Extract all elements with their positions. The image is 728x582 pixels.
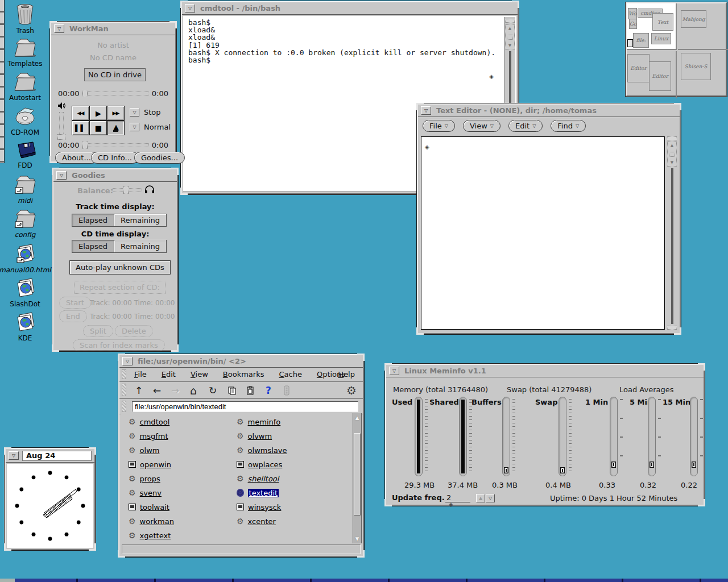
autoplay-button[interactable]: Auto-play unknown CDs bbox=[69, 260, 171, 275]
cd-remaining-option[interactable]: Remaining bbox=[114, 240, 167, 253]
resize-corner[interactable] bbox=[49, 21, 57, 28]
resize-corner[interactable] bbox=[357, 354, 365, 361]
pager-desktop-4[interactable]: Shisen-S bbox=[678, 51, 728, 98]
view-menu-button[interactable]: View bbox=[463, 120, 500, 132]
volume-slider[interactable] bbox=[59, 112, 64, 139]
play-button[interactable] bbox=[89, 106, 107, 120]
scrollbar-thumb[interactable] bbox=[354, 433, 361, 516]
file-item[interactable]: workman bbox=[129, 516, 174, 527]
resize-corner[interactable] bbox=[698, 363, 705, 371]
scrollbar-elevator[interactable] bbox=[667, 142, 677, 167]
file-item[interactable]: olvwm bbox=[237, 430, 272, 442]
reload-button[interactable]: ↻ bbox=[206, 384, 220, 397]
pager-mini-window[interactable]: Text bbox=[652, 13, 673, 31]
resize-corner[interactable] bbox=[180, 1, 188, 8]
repeat-section-button[interactable]: Repeat section of CD: bbox=[74, 281, 166, 294]
track-elapsed-option[interactable]: Elapsed bbox=[72, 214, 114, 227]
toolbar-grip[interactable] bbox=[122, 401, 126, 412]
scroll-down-icon[interactable]: ▼ bbox=[353, 535, 361, 543]
pager-iconified-window[interactable] bbox=[627, 39, 633, 47]
scrollbar-cable[interactable] bbox=[671, 168, 673, 324]
file-item[interactable]: owplaces bbox=[237, 459, 282, 470]
back-button[interactable]: ← bbox=[150, 384, 164, 397]
spinner-up-button[interactable]: ▲ bbox=[476, 494, 485, 502]
cd-elapsed-option[interactable]: Elapsed bbox=[72, 240, 114, 253]
desktop-icon-templates[interactable]: Templates bbox=[0, 37, 50, 68]
scroll-up-icon[interactable] bbox=[508, 26, 511, 31]
desktop-icon-trash[interactable]: Trash bbox=[0, 3, 50, 35]
file-item[interactable]: xgettext bbox=[129, 530, 171, 541]
window-titlebar[interactable]: Goodies bbox=[53, 169, 177, 182]
kde-gear-logo[interactable]: ⚙ bbox=[345, 384, 358, 397]
vertical-scrollbar[interactable] bbox=[667, 136, 678, 330]
track-remaining-option[interactable]: Remaining bbox=[114, 214, 167, 227]
balance-slider[interactable] bbox=[113, 188, 142, 192]
slider-thumb[interactable] bbox=[57, 134, 65, 140]
window-titlebar[interactable]: Aug 24 bbox=[6, 449, 94, 463]
window-titlebar[interactable]: Linux Meminfo v1.1 bbox=[386, 365, 704, 377]
file-item[interactable]: props bbox=[129, 473, 160, 484]
resize-corner[interactable] bbox=[674, 103, 681, 110]
pause-button[interactable] bbox=[72, 120, 89, 135]
desktop-icon-slashdot[interactable]: SlashDot bbox=[0, 277, 50, 308]
edit-menu-button[interactable]: Edit bbox=[508, 120, 543, 132]
location-input[interactable] bbox=[132, 401, 358, 412]
resize-corner[interactable] bbox=[4, 447, 11, 455]
eject-button[interactable] bbox=[107, 120, 125, 135]
desktop-icon-fdd[interactable]: FDD bbox=[0, 140, 50, 169]
file-item[interactable]: winsysck bbox=[237, 501, 281, 513]
resize-corner[interactable] bbox=[384, 499, 392, 506]
pager-mini-window[interactable]: Editor bbox=[649, 61, 671, 91]
window-titlebar[interactable]: WorkMan bbox=[51, 23, 175, 35]
cd-info-button[interactable]: CD Info... bbox=[91, 152, 139, 164]
cd-position-slider[interactable] bbox=[82, 143, 149, 147]
scrollbar-top-anchor[interactable] bbox=[505, 19, 515, 23]
taskbar-edge[interactable] bbox=[0, 579, 728, 582]
file-item[interactable]: cmdtool bbox=[129, 416, 169, 427]
resize-corner[interactable] bbox=[89, 447, 96, 455]
resize-corner[interactable] bbox=[384, 363, 392, 371]
next-track-button[interactable] bbox=[107, 106, 125, 120]
file-item[interactable]: meminfo bbox=[237, 416, 280, 427]
pager-mini-window[interactable]: Wo bbox=[628, 8, 637, 19]
list-scrollbar[interactable]: ▲ ▼ bbox=[353, 413, 362, 543]
file-item-selected[interactable]: textedit bbox=[237, 487, 279, 498]
bookmarks-menu[interactable]: Bookmarks bbox=[223, 370, 264, 379]
forward-button[interactable]: → bbox=[168, 384, 182, 397]
file-menu-button[interactable]: File bbox=[423, 120, 455, 132]
repeat-start-button[interactable]: Start bbox=[59, 297, 91, 309]
desktop-icon-manual00-html[interactable]: manual00.html bbox=[0, 242, 50, 274]
desktop-icon-kde[interactable]: KDE bbox=[0, 311, 50, 342]
scroll-up-icon[interactable] bbox=[671, 143, 673, 148]
scroll-down-icon[interactable] bbox=[671, 160, 673, 165]
desktop-icon-config[interactable]: config bbox=[0, 208, 50, 239]
edit-menu[interactable]: Edit bbox=[162, 370, 176, 379]
help-button[interactable]: ? bbox=[262, 384, 275, 397]
pager-mini-window[interactable]: Shisen-S bbox=[681, 53, 711, 80]
slider-thumb[interactable] bbox=[82, 142, 88, 149]
file-item[interactable]: xcenter bbox=[237, 516, 276, 527]
resize-corner[interactable] bbox=[52, 168, 59, 175]
file-item[interactable]: openwin bbox=[129, 459, 171, 470]
paste-button[interactable] bbox=[243, 384, 257, 397]
cache-menu[interactable]: Cache bbox=[279, 370, 301, 379]
help-menu[interactable]: Help bbox=[338, 370, 355, 379]
toolbar-grip[interactable] bbox=[122, 384, 126, 396]
view-menu[interactable]: View bbox=[191, 370, 208, 379]
goodies-button[interactable]: Goodies... bbox=[134, 152, 185, 164]
resize-corner[interactable] bbox=[698, 499, 705, 506]
file-menu[interactable]: File bbox=[134, 370, 147, 379]
scroll-drag-box[interactable] bbox=[507, 35, 513, 40]
pager-desktop-2[interactable]: Mahjong bbox=[678, 3, 728, 50]
scroll-up-icon[interactable]: ▲ bbox=[353, 414, 361, 422]
scrollbar-elevator[interactable] bbox=[505, 24, 515, 49]
scrollbar-bottom-anchor[interactable] bbox=[667, 326, 677, 330]
play-order-dropdown[interactable] bbox=[130, 123, 139, 131]
repeat-end-button[interactable]: End bbox=[59, 310, 87, 322]
editor-text-area[interactable] bbox=[421, 136, 665, 330]
window-titlebar[interactable]: Text Editor - (NONE), dir; /home/tomas bbox=[418, 105, 680, 117]
track-position-slider[interactable] bbox=[82, 92, 149, 95]
play-state-dropdown[interactable] bbox=[130, 108, 139, 117]
copy-button[interactable] bbox=[225, 384, 239, 397]
pager-mini-window[interactable]: file: bbox=[633, 33, 649, 48]
